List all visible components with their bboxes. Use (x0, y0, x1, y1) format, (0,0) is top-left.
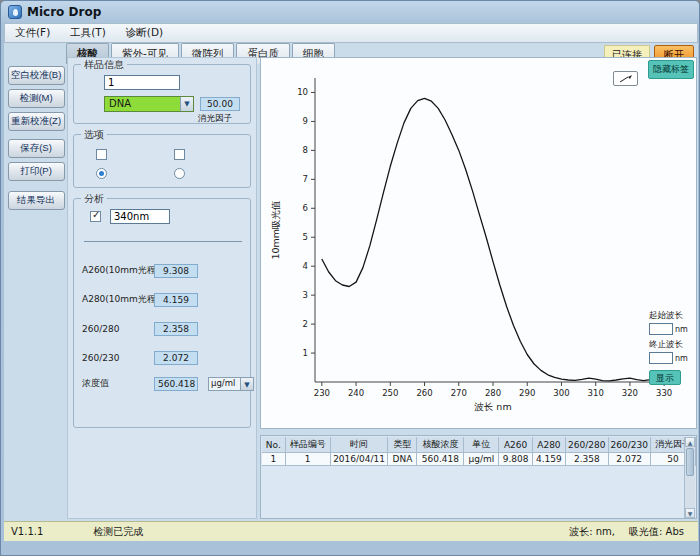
svg-text:3: 3 (303, 290, 308, 300)
table-cell: 1 (262, 453, 285, 466)
table-cell: 2.072 (608, 453, 650, 466)
scrollbar-thumb[interactable] (686, 448, 694, 476)
analysis-value: 4.159 (154, 293, 198, 307)
end-wavelength-label: 终止波长 (649, 339, 693, 351)
wavelength-controls: 起始波长 nm 终止波长 nm 显示 (649, 310, 693, 385)
analysis-value: 9.308 (154, 264, 198, 278)
table-scrollbar[interactable]: ▲ ▼ (684, 437, 695, 518)
analysis-label: A280(10mm光程) (82, 293, 154, 306)
svg-text:7: 7 (303, 174, 308, 184)
analysis-value: 2.072 (154, 351, 198, 365)
column-header: 260/230 (608, 437, 650, 453)
svg-text:5: 5 (303, 232, 308, 242)
menu-item-3[interactable]: 诊断(D) (116, 24, 173, 42)
status-bar: V1.1.1 检测已完成 波长: nm, 吸光值: Abs (4, 521, 698, 541)
sidebar-button-1[interactable]: 空白校准(B) (8, 66, 65, 85)
option-radio-1[interactable] (96, 168, 107, 179)
table-cell: 1 (285, 453, 330, 466)
svg-text:230: 230 (314, 388, 330, 398)
nm-unit-label: nm (675, 354, 688, 363)
pen-icon (618, 74, 634, 84)
sidebar-button-4[interactable]: 保存(S) (8, 139, 65, 158)
annotate-button[interactable] (613, 71, 638, 86)
spectrum-panel: 2302402502602702802903003103203301234567… (260, 57, 697, 429)
nm-unit-label: nm (675, 325, 688, 334)
sidebar-button-3[interactable]: 重新校准(Z) (8, 112, 65, 131)
sidebar-button-2[interactable]: 检测(M) (8, 89, 65, 108)
table-cell: µg/ml (464, 453, 499, 466)
svg-text:240: 240 (348, 388, 364, 398)
column-header: No. (262, 437, 285, 453)
version-label: V1.1.1 (11, 526, 43, 537)
show-button[interactable]: 显示 (649, 370, 681, 385)
scroll-up-icon[interactable]: ▲ (685, 437, 695, 447)
svg-text:10: 10 (297, 87, 308, 97)
window-title: Micro Drop (27, 5, 101, 19)
svg-text:1: 1 (303, 348, 308, 358)
analysis-row: 260/2802.358 (82, 321, 198, 336)
spectrum-chart: 2302402502602702802903003103203301234567… (269, 64, 683, 420)
sidebar: 空白校准(B)检测(M)重新校准(Z)保存(S)打印(P)结果导出 (6, 66, 66, 214)
start-wavelength-input[interactable] (649, 323, 673, 335)
results-table: No.样品编号时间类型核酸浓度单位A260A280260/280260/230消… (262, 437, 696, 466)
left-panel: 样品信息 DNA ▼ 50.00 消光因子 选项 分析 (67, 57, 257, 519)
sample-type-combo[interactable]: DNA ▼ (104, 96, 194, 112)
hide-labels-button[interactable]: 隐藏标签 (648, 60, 694, 79)
svg-text:8: 8 (303, 145, 308, 155)
end-wavelength-input[interactable] (649, 352, 673, 364)
table-cell: 9.808 (499, 453, 532, 466)
menu-bar: 文件(F)工具(T)诊断(D) (4, 23, 698, 43)
sidebar-button-6[interactable]: 结果导出 (8, 191, 65, 210)
results-table-head-row: No.样品编号时间类型核酸浓度单位A260A280260/280260/230消… (262, 437, 696, 453)
client-area: 核酸紫外-可见微阵列蛋白质细胞 已连接 断开 空白校准(B)检测(M)重新校准(… (4, 43, 698, 541)
chevron-down-icon: ▼ (240, 378, 253, 390)
svg-text:2: 2 (303, 319, 308, 329)
concentration-row: 浓度值 560.418 µg/ml ▼ (82, 376, 254, 391)
wavelength-checkbox[interactable] (90, 211, 101, 222)
options-group: 选项 (73, 134, 251, 188)
extinction-factor-value: 50.00 (200, 97, 240, 111)
svg-text:波长 nm: 波长 nm (474, 401, 511, 412)
analysis-row: A280(10mm光程)4.159 (82, 292, 198, 307)
analysis-row: 260/2302.072 (82, 350, 198, 365)
analysis-title: 分析 (81, 192, 107, 206)
title-bar[interactable]: Micro Drop (1, 1, 699, 23)
analysis-wavelength-input[interactable] (110, 209, 170, 224)
svg-text:260: 260 (416, 388, 432, 398)
sample-info-group: 样品信息 DNA ▼ 50.00 消光因子 (73, 64, 251, 124)
extinction-factor-label: 消光因子 (198, 113, 232, 125)
analysis-label: 260/280 (82, 324, 154, 334)
unit-combo[interactable]: µg/ml ▼ (208, 377, 254, 391)
app-window: Micro Drop 文件(F)工具(T)诊断(D) 核酸紫外-可见微阵列蛋白质… (0, 0, 700, 556)
wavelength-readout: 波长: nm, (569, 525, 615, 539)
svg-text:310: 310 (588, 388, 604, 398)
analysis-label: A260(10mm光程) (82, 264, 154, 277)
menu-item-2[interactable]: 工具(T) (60, 24, 116, 42)
sample-id-input[interactable] (104, 75, 180, 90)
scroll-down-icon[interactable]: ▼ (685, 508, 695, 518)
column-header: 核酸浓度 (417, 437, 464, 453)
column-header: 单位 (464, 437, 499, 453)
column-header: 类型 (388, 437, 417, 453)
table-cell: DNA (388, 453, 417, 466)
svg-text:10mm吸光值: 10mm吸光值 (270, 200, 281, 259)
sample-info-title: 样品信息 (81, 58, 127, 72)
svg-text:290: 290 (519, 388, 535, 398)
svg-text:250: 250 (382, 388, 398, 398)
column-header: 260/280 (566, 437, 608, 453)
status-message: 检测已完成 (93, 525, 143, 539)
menu-item-1[interactable]: 文件(F) (5, 24, 60, 42)
svg-text:270: 270 (451, 388, 467, 398)
option-radio-2[interactable] (174, 168, 185, 179)
column-header: A280 (532, 437, 565, 453)
sidebar-button-5[interactable]: 打印(P) (8, 162, 65, 181)
option-checkbox-1[interactable] (96, 149, 107, 160)
option-checkbox-2[interactable] (174, 149, 185, 160)
svg-text:6: 6 (303, 203, 308, 213)
concentration-value: 560.418 (154, 377, 198, 391)
analysis-group: 分析 A260(10mm光程)9.308A280(10mm光程)4.159260… (73, 198, 251, 428)
svg-text:9: 9 (303, 116, 308, 126)
svg-text:330: 330 (656, 388, 672, 398)
table-row[interactable]: 112016/04/11DNA560.418µg/ml9.8084.1592.3… (262, 453, 696, 466)
column-header: A260 (499, 437, 532, 453)
